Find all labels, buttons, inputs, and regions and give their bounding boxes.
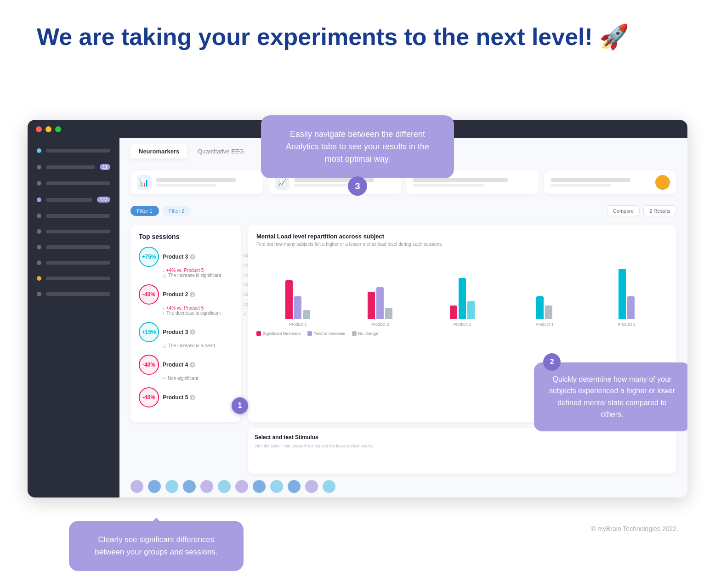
dot-9 — [270, 480, 283, 493]
session-name-4: Product 4 ℹ — [163, 362, 195, 368]
maximize-button[interactable] — [55, 126, 61, 132]
bar-label-3: Product 3 — [454, 322, 471, 327]
bar-group-5: Product 5 — [590, 269, 664, 327]
page-header: We are taking your experiments to the ne… — [0, 0, 715, 65]
sidebar-item-triggers[interactable] — [28, 224, 119, 239]
bar — [285, 280, 293, 319]
bar — [627, 296, 635, 319]
stat-line-1 — [156, 178, 236, 182]
info-icon: ℹ — [190, 362, 195, 368]
bar-label-4: Product 4 — [536, 322, 554, 327]
tab-neuromarkers[interactable]: Neuromarkers — [131, 144, 187, 158]
sidebar-item-markers[interactable] — [28, 239, 119, 255]
bars — [450, 278, 475, 319]
chart-title: Mental Load level repartition accross su… — [256, 233, 668, 240]
bar — [303, 310, 310, 319]
sidebar-item-label — [46, 214, 110, 218]
session-item-3: +15% Product 3 ℹ △ The increase is a tre… — [139, 322, 233, 348]
chart-panel: Mental Load level repartition accross su… — [248, 225, 676, 422]
sig-trend-icon: △ — [163, 343, 166, 348]
session-badge-4: -40% — [139, 355, 159, 375]
close-button[interactable] — [36, 126, 42, 132]
header-emoji: 🚀 — [599, 23, 629, 50]
sidebar-dot — [37, 245, 41, 249]
dot-3 — [165, 480, 178, 493]
dot-10 — [288, 480, 301, 493]
sidebar-item-projects[interactable]: 123 — [28, 191, 119, 208]
session-item-1: +75% Product 3 ℹ ↓ +4% vs. Product 5 △ T… — [139, 247, 233, 278]
sidebar-dot — [37, 276, 41, 281]
bar-label-5: Product 5 — [618, 322, 636, 327]
bar — [385, 308, 392, 319]
sidebar-item-label — [46, 230, 110, 233]
legend-label-2: Tend to decrease — [314, 331, 346, 336]
stat-card-1: 📊 — [131, 170, 263, 194]
bar — [459, 278, 466, 319]
legend-color-1 — [256, 331, 261, 336]
sidebar-item-label — [46, 261, 110, 265]
filter-row: Filter 1 Filter 2 Compare 2 Results — [119, 203, 687, 221]
bar-label-1: Product 1 — [289, 322, 307, 327]
sidebar-item-reports[interactable] — [28, 271, 119, 286]
tab-label: Neuromarkers — [139, 148, 179, 155]
stat-card-4 — [544, 170, 676, 194]
sidebar-dot — [37, 229, 41, 234]
lower-title: Select and test Stimulus — [255, 434, 670, 441]
legend-item-1: Significant Decrease — [256, 331, 301, 336]
bar — [467, 301, 475, 319]
sidebar-item-analytics[interactable] — [28, 255, 119, 271]
compare-button[interactable]: Compare — [607, 205, 640, 216]
stat-lines — [294, 178, 394, 187]
session-name-3: Product 3 ℹ — [163, 329, 195, 335]
lower-section-right: Select and test Stimulus Find the stimul… — [248, 428, 676, 474]
tooltip-1: Easily navigate between the different An… — [261, 115, 454, 178]
sidebar-item-log-files[interactable] — [28, 286, 119, 302]
sidebar-item-label — [46, 292, 110, 296]
session-row: +75% Product 3 ℹ — [139, 247, 233, 267]
sidebar-item-label — [46, 245, 110, 249]
minimize-button[interactable] — [45, 126, 51, 132]
session-sig-1: △ The increase is significant — [163, 273, 233, 278]
sidebar-item-label — [46, 165, 95, 169]
lower-section-left — [131, 428, 241, 474]
bar-group-2: Product 2 — [343, 287, 417, 327]
session-sub-1: ↓ +4% vs. Product 5 — [163, 268, 233, 273]
bars — [285, 280, 310, 319]
info-icon: ℹ — [190, 254, 195, 260]
y-axis-labels: 60 50 40 30 20 10 0 — [244, 253, 248, 317]
export-button[interactable]: 2 Results — [643, 205, 676, 216]
sidebar-dot — [37, 181, 41, 186]
sidebar-item-contacts[interactable] — [28, 175, 119, 191]
bars — [619, 269, 635, 319]
filter-pill-active[interactable]: Filter 1 — [131, 206, 159, 216]
bar — [450, 305, 457, 319]
stat-line-2 — [550, 184, 611, 187]
dot-row-bottom — [119, 474, 687, 498]
bar-chart: Product 1 Product 2 — [256, 253, 668, 327]
bar-group-1: Product 1 — [261, 280, 335, 327]
sidebar-item-analytics-plus[interactable] — [28, 143, 119, 158]
dot-5 — [200, 480, 213, 493]
dot-11 — [305, 480, 318, 493]
filter-pill-2[interactable]: Filter 2 — [163, 206, 191, 216]
session-row: +15% Product 3 ℹ — [139, 322, 233, 342]
session-badge-3: +15% — [139, 322, 159, 342]
sidebar-item-label — [46, 198, 92, 202]
session-sub-2: ↓ +4% vs. Product 5 — [163, 305, 233, 311]
sidebar-item-signals[interactable] — [28, 208, 119, 224]
sidebar-badge: 11 — [100, 164, 110, 170]
tooltip-1-badge-text: 3 — [355, 179, 360, 193]
tab-quantitative-eeg[interactable]: Quantitative EEG — [189, 144, 252, 158]
session-badge-1: +75% — [139, 247, 159, 267]
bar — [376, 287, 384, 319]
legend-label-3: No change — [358, 331, 379, 336]
legend-item-3: No change — [352, 331, 379, 336]
dot-7 — [235, 480, 248, 493]
badge-label: 1 — [238, 401, 242, 410]
tooltip-1-badge: 3 — [348, 176, 367, 196]
sidebar-item-sessions[interactable]: 11 — [28, 158, 119, 175]
sidebar-dot — [37, 292, 41, 296]
dot-2 — [148, 480, 161, 493]
session-name-5: Product 5 ℹ — [163, 394, 195, 401]
sidebar: 11 123 — [28, 120, 119, 498]
